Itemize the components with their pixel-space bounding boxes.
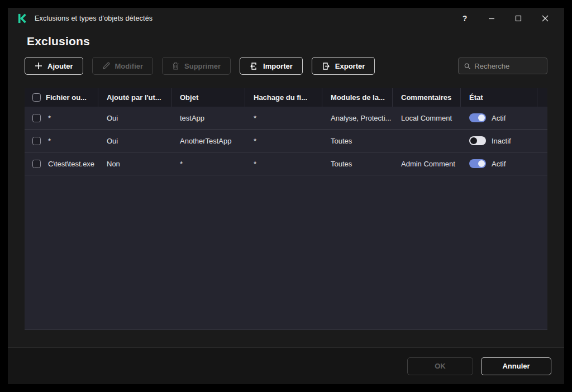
- cell-hash: *: [245, 152, 322, 175]
- state-label: Actif: [492, 160, 506, 168]
- cell-hash: *: [245, 107, 322, 129]
- page-title: Exclusions: [27, 35, 564, 48]
- plus-icon: [35, 62, 42, 70]
- cell-object: *: [171, 152, 245, 175]
- import-icon: [250, 62, 258, 70]
- header-cell-comments: Commentaires: [393, 88, 461, 107]
- titlebar: Exclusions et types d'objets détectés ?: [8, 8, 564, 29]
- kaspersky-logo-icon: [18, 13, 28, 23]
- cell-spacer: [537, 152, 547, 175]
- search-input[interactable]: [474, 62, 541, 70]
- cell-hash: *: [245, 130, 322, 152]
- trash-icon: [172, 62, 179, 70]
- cell-comment: Local Comment: [393, 107, 461, 129]
- app-window: Exclusions et types d'objets détectés ? …: [8, 8, 564, 384]
- table-row[interactable]: C\test\test.exe Non * * Toutes Admin Com…: [25, 152, 547, 175]
- help-button[interactable]: ?: [459, 13, 470, 24]
- table-row[interactable]: * Oui AnotherTestApp * Toutes Inactif: [25, 130, 547, 152]
- header-cell-added-by: Ajouté par l'ut...: [98, 88, 171, 107]
- table-empty-area: [25, 175, 547, 329]
- cell-comment: [393, 130, 461, 152]
- import-button-label: Importer: [263, 62, 293, 70]
- header-cell-state: État: [461, 88, 537, 107]
- state-toggle[interactable]: [469, 136, 486, 145]
- cell-object: AnotherTestApp: [171, 130, 245, 152]
- state-label: Actif: [492, 114, 506, 122]
- cancel-button[interactable]: Annuler: [481, 357, 551, 375]
- state-label: Inactif: [492, 137, 511, 145]
- cell-spacer: [537, 130, 547, 152]
- cell-added-by: Oui: [98, 107, 171, 129]
- cell-comment: Admin Comment: [393, 152, 461, 175]
- ok-button[interactable]: OK: [407, 357, 473, 375]
- cell-file: *: [48, 114, 51, 122]
- header-cell-spacer: [537, 88, 547, 107]
- header-cell-modules: Modules de la...: [322, 88, 393, 107]
- import-button[interactable]: Importer: [240, 57, 303, 75]
- table-body: * Oui testApp * Analyse, Protecti... Loc…: [25, 107, 547, 175]
- row-checkbox[interactable]: [32, 114, 41, 122]
- cell-modules: Toutes: [322, 130, 393, 152]
- cell-spacer: [537, 107, 547, 129]
- export-button[interactable]: Exporter: [312, 57, 375, 75]
- window-title: Exclusions et types d'objets détectés: [35, 15, 152, 22]
- exclusions-table: Fichier ou... Ajouté par l'ut... Objet H…: [25, 88, 547, 330]
- delete-button-label: Supprimer: [184, 62, 221, 70]
- cell-file: C\test\test.exe: [48, 160, 94, 168]
- table-header: Fichier ou... Ajouté par l'ut... Objet H…: [25, 88, 547, 107]
- select-all-checkbox[interactable]: [32, 93, 41, 102]
- add-button[interactable]: Ajouter: [25, 57, 83, 75]
- row-checkbox[interactable]: [32, 137, 41, 145]
- search-icon: [464, 63, 470, 70]
- cell-added-by: Non: [98, 152, 171, 175]
- row-checkbox[interactable]: [32, 160, 41, 168]
- toolbar: Ajouter Modifier Supprimer Importer Expo…: [25, 57, 547, 75]
- header-cell-hash: Hachage du fi...: [245, 88, 322, 107]
- footer: OK Annuler: [8, 347, 564, 384]
- export-icon: [322, 62, 330, 70]
- pencil-icon: [102, 62, 110, 70]
- state-toggle[interactable]: [469, 113, 486, 122]
- header-cell-object: Objet: [171, 88, 245, 107]
- cell-file: *: [48, 137, 51, 145]
- delete-button[interactable]: Supprimer: [162, 57, 231, 75]
- export-button-label: Exporter: [335, 62, 365, 70]
- table-row[interactable]: * Oui testApp * Analyse, Protecti... Loc…: [25, 107, 547, 130]
- add-button-label: Ajouter: [47, 62, 73, 70]
- maximize-button[interactable]: [513, 13, 524, 24]
- state-toggle[interactable]: [469, 159, 486, 168]
- header-cell-file: Fichier ou...: [25, 88, 98, 107]
- minimize-button[interactable]: [486, 13, 497, 24]
- cell-object: testApp: [171, 107, 245, 129]
- cell-added-by: Oui: [98, 130, 171, 152]
- edit-button-label: Modifier: [115, 62, 144, 70]
- close-button[interactable]: [540, 13, 551, 24]
- cell-modules: Analyse, Protecti...: [322, 107, 393, 129]
- edit-button[interactable]: Modifier: [92, 57, 154, 75]
- search-box[interactable]: [458, 58, 547, 74]
- cell-modules: Toutes: [322, 152, 393, 175]
